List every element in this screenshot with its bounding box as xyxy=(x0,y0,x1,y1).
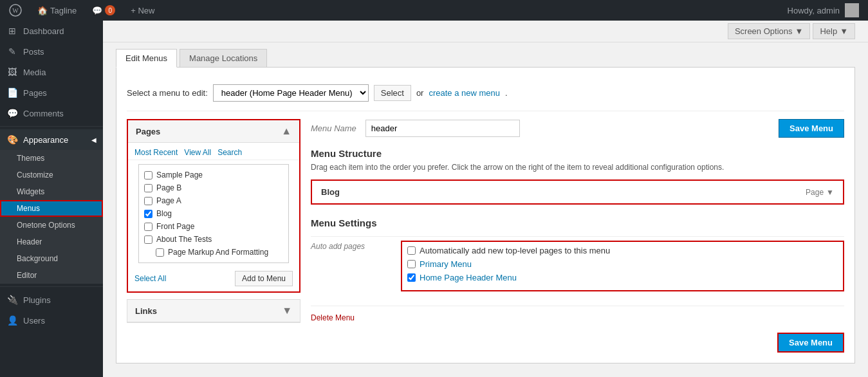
sidebar-item-media[interactable]: 🖼 Media xyxy=(0,62,103,82)
save-menu-button-top[interactable]: Save Menu xyxy=(779,119,844,138)
menu-structure-section: Menu Structure Drag each item into the o… xyxy=(311,148,844,205)
home-header-checkbox[interactable] xyxy=(407,273,416,282)
sidebar-item-onetone[interactable]: Onetone Options xyxy=(0,217,103,234)
add-to-menu-button[interactable]: Add to Menu xyxy=(235,271,293,286)
pages-icon: 📄 xyxy=(6,87,18,98)
front-page-label[interactable]: Front Page xyxy=(156,222,194,231)
menu-item-title: Blog xyxy=(321,187,340,197)
menu-settings-title: Menu Settings xyxy=(311,217,844,228)
select-all-link[interactable]: Select All xyxy=(134,274,166,283)
tab-edit-menus[interactable]: Edit Menus xyxy=(116,49,177,68)
sidebar-item-header[interactable]: Header xyxy=(0,234,103,250)
sidebar-item-comments[interactable]: 💬 Comments xyxy=(0,103,103,124)
help-button[interactable]: Help ▼ xyxy=(813,23,855,39)
screen-options-bar: Screen Options ▼ Help ▼ xyxy=(103,21,868,42)
menu-item-arrow: ▼ xyxy=(826,188,834,197)
tab-manage-locations[interactable]: Manage Locations xyxy=(180,49,267,67)
site-name[interactable]: 🏠 Tagline xyxy=(33,0,80,21)
sidebar-item-menus[interactable]: Menus xyxy=(0,200,103,217)
tab-view-all[interactable]: View All xyxy=(184,148,211,157)
menu-settings-section: Menu Settings Auto add pages Automatical… xyxy=(311,217,844,295)
new-content[interactable]: + New xyxy=(127,0,158,21)
page-b-checkbox[interactable] xyxy=(144,184,152,192)
sidebar-item-posts[interactable]: ✎ Posts xyxy=(0,41,103,62)
comments-icon: 💬 xyxy=(6,108,18,118)
list-item: Blog xyxy=(144,207,283,220)
tab-search[interactable]: Search xyxy=(217,148,242,157)
page-markup-label[interactable]: Page Markup And Formatting xyxy=(168,248,268,257)
auto-add-checkbox[interactable] xyxy=(407,246,416,255)
blog-label[interactable]: Blog xyxy=(156,209,172,218)
sidebar-item-users[interactable]: 👤 Users xyxy=(0,310,103,331)
sample-page-label[interactable]: Sample Page xyxy=(156,170,203,179)
sidebar-item-widgets[interactable]: Widgets xyxy=(0,183,103,200)
create-new-menu-link[interactable]: create a new menu xyxy=(429,88,500,98)
sidebar-item-plugins[interactable]: 🔌 Plugins xyxy=(0,290,103,310)
sidebar-divider-2 xyxy=(0,286,103,287)
about-tests-checkbox[interactable] xyxy=(144,235,152,244)
svg-text:W: W xyxy=(12,7,19,14)
howdy[interactable]: Howdy, admin xyxy=(784,0,863,21)
menu-name-row: Menu Name Save Menu xyxy=(311,119,844,138)
sidebar-item-pages[interactable]: 📄 Pages xyxy=(0,82,103,103)
help-arrow: ▼ xyxy=(840,26,848,36)
links-panel-header[interactable]: Links ▼ xyxy=(127,300,300,322)
page-b-label[interactable]: Page B xyxy=(156,183,181,192)
pages-panel: Pages ▲ Most Recent View All xyxy=(127,119,300,293)
comments-link[interactable]: 💬 0 xyxy=(88,0,119,21)
front-page-checkbox[interactable] xyxy=(144,223,152,231)
page-markup-checkbox[interactable] xyxy=(156,248,164,257)
menu-item-blog[interactable]: Blog Page ▼ xyxy=(311,179,844,205)
menu-selector-label: Select a menu to edit: xyxy=(127,88,208,98)
appearance-icon: 🎨 xyxy=(6,134,18,145)
list-item: Page A xyxy=(144,194,283,207)
appearance-submenu: Themes Customize Widgets Menus Onetone O… xyxy=(0,150,103,284)
right-column: Menu Name Save Menu Menu Structure Drag … xyxy=(311,119,844,353)
menu-item-type: Page ▼ xyxy=(806,188,834,197)
screen-options-button[interactable]: Screen Options ▼ xyxy=(728,23,810,39)
list-item: Front Page xyxy=(144,220,283,233)
list-item: Page Markup And Formatting xyxy=(144,246,283,259)
pages-panel-header[interactable]: Pages ▲ xyxy=(128,120,299,143)
about-tests-label[interactable]: About The Tests xyxy=(156,235,212,244)
menu-name-label: Menu Name xyxy=(311,124,356,133)
tab-most-recent[interactable]: Most Recent xyxy=(134,148,178,157)
pages-panel-footer: Select All Add to Menu xyxy=(128,266,299,291)
sidebar-item-themes[interactable]: Themes xyxy=(0,150,103,167)
bottom-save-row: Save Menu xyxy=(311,333,844,353)
sidebar-item-dashboard[interactable]: ⊞ Dashboard xyxy=(0,21,103,41)
select-button[interactable]: Select xyxy=(374,85,411,101)
delete-menu-link[interactable]: Delete Menu xyxy=(311,313,355,322)
sidebar-item-editor[interactable]: Editor xyxy=(0,267,103,284)
links-panel: Links ▼ xyxy=(127,299,300,323)
avatar xyxy=(845,3,859,17)
list-item: Sample Page xyxy=(144,169,283,181)
menu-select[interactable]: header (Home Page Header Menu) xyxy=(213,84,369,102)
menu-name-input[interactable] xyxy=(365,120,520,137)
pages-list: Sample Page Page B Page A xyxy=(138,164,289,263)
menus-layout: Pages ▲ Most Recent View All xyxy=(127,119,844,353)
menu-structure-desc: Drag each item into the order you prefer… xyxy=(311,163,844,172)
auto-add-label: Auto add pages xyxy=(311,241,401,251)
blog-checkbox[interactable] xyxy=(144,210,152,218)
appearance-arrow: ◀ xyxy=(91,136,97,143)
auto-add-content: Automatically add new top-level pages to… xyxy=(401,241,844,291)
sample-page-checkbox[interactable] xyxy=(144,171,152,179)
menu-selector-row: Select a menu to edit: header (Home Page… xyxy=(127,78,844,111)
sidebar-item-appearance[interactable]: 🎨 Appearance ◀ xyxy=(0,129,103,150)
links-panel-arrow: ▼ xyxy=(282,305,292,317)
nav-tabs: Edit Menus Manage Locations xyxy=(116,49,855,68)
wp-logo[interactable]: W xyxy=(5,0,26,21)
primary-menu-checkbox[interactable] xyxy=(407,260,416,268)
home-header-menu-label[interactable]: Home Page Header Menu xyxy=(407,273,838,282)
users-icon: 👤 xyxy=(6,315,18,326)
posts-icon: ✎ xyxy=(6,46,18,57)
sidebar-item-background[interactable]: Background xyxy=(0,250,103,267)
primary-menu-label[interactable]: Primary Menu xyxy=(407,259,838,269)
sidebar-item-customize[interactable]: Customize xyxy=(0,167,103,183)
list-item: About The Tests xyxy=(144,233,283,246)
page-a-label[interactable]: Page A xyxy=(156,196,181,205)
save-menu-button-bottom[interactable]: Save Menu xyxy=(777,333,844,353)
page-a-checkbox[interactable] xyxy=(144,197,152,205)
auto-add-checkbox-label[interactable]: Automatically add new top-level pages to… xyxy=(407,246,838,255)
